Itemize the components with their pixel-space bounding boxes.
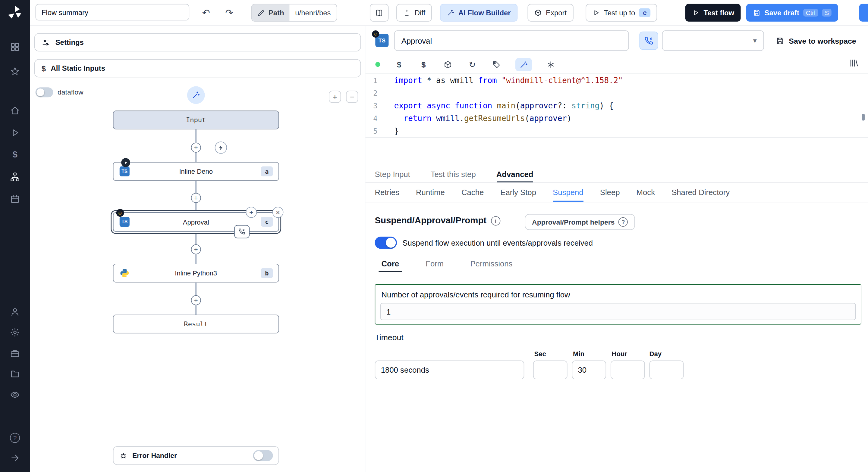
wand-icon [192, 91, 200, 99]
flow-settings-button[interactable]: Settings [34, 33, 361, 52]
variables-icon[interactable]: $ [394, 58, 405, 71]
code-editor[interactable]: 1import * as wmill from "windmill-client… [365, 74, 868, 166]
timeout-label: Timeout [375, 333, 403, 342]
folders-icon[interactable] [8, 367, 22, 380]
code-line[interactable]: 3export async function main(approver?: s… [365, 100, 868, 112]
tab-cache[interactable]: Cache [461, 183, 484, 202]
tab-permissions[interactable]: Permissions [467, 256, 515, 272]
flow-node-inline-python3[interactable]: Inline Python3 b [113, 264, 279, 282]
insert-step-button[interactable]: + [191, 193, 201, 203]
flow-node-result[interactable]: Result [113, 314, 279, 333]
insert-step-button[interactable]: + [191, 295, 201, 305]
settings-gear-icon[interactable] [8, 326, 22, 339]
deploy-button-partial[interactable] [859, 4, 868, 22]
day-label: Day [649, 350, 661, 358]
flow-node-inline-deno[interactable]: TS Inline Deno a [113, 162, 279, 180]
diff-button[interactable]: Diff [396, 4, 432, 22]
suspend-phone-button[interactable] [639, 32, 658, 50]
suspend-toggle[interactable] [375, 237, 397, 249]
step-name-input[interactable] [394, 30, 629, 51]
insert-step-button[interactable]: + [191, 143, 201, 153]
export-button[interactable]: Export [527, 4, 573, 22]
runs-icon[interactable] [8, 126, 22, 139]
code-line[interactable]: 1import * as wmill from "windmill-client… [365, 74, 868, 87]
suspend-toggle-row: Suspend flow execution until events/appr… [375, 237, 593, 249]
approvals-required-input[interactable] [380, 303, 856, 320]
tab-shared-directory[interactable]: Shared Directory [672, 183, 730, 202]
tab-sleep[interactable]: Sleep [600, 183, 620, 202]
test-up-to-button[interactable]: Test up toc [586, 4, 657, 22]
docs-book-button[interactable] [370, 4, 389, 22]
error-handler-toggle[interactable] [253, 450, 273, 461]
info-icon[interactable]: i [491, 216, 500, 225]
resources-icon[interactable]: $ [418, 58, 429, 71]
expand-sidebar-icon[interactable] [8, 451, 22, 465]
scrollbar-marker[interactable] [862, 114, 865, 121]
flow-node-approval[interactable]: ☺ TS Approval c + × [113, 212, 279, 232]
save-to-workspace-button[interactable]: Save to workspace [772, 33, 859, 48]
timeout-min-input[interactable] [572, 361, 606, 379]
test-flow-button[interactable]: Test flow [685, 4, 741, 22]
schedules-icon[interactable] [8, 192, 22, 206]
insert-step-button[interactable]: + [191, 244, 201, 255]
zoom-out-button[interactable]: − [346, 91, 358, 103]
variables-icon[interactable]: $ [8, 148, 22, 161]
apps-icon[interactable] [8, 40, 22, 54]
ai-assistant-icon[interactable] [516, 58, 532, 71]
tab-advanced[interactable]: Advanced [496, 166, 533, 182]
timeout-seconds-input[interactable] [375, 361, 524, 379]
tab-test-this-step[interactable]: Test this step [431, 166, 476, 182]
tag-icon[interactable] [491, 58, 502, 71]
tab-suspend[interactable]: Suspend [553, 183, 584, 202]
python-icon [120, 268, 130, 278]
windmill-logo[interactable] [7, 4, 23, 21]
undo-button[interactable]: ↶ [199, 4, 213, 22]
tab-form[interactable]: Form [423, 256, 446, 272]
tab-runtime[interactable]: Runtime [416, 183, 445, 202]
zoom-in-button[interactable]: + [329, 91, 341, 103]
error-handler-label: Error Handler [132, 452, 177, 460]
ai-flow-builder-button[interactable]: AI Flow Builder [440, 4, 517, 22]
timeout-sec-input[interactable] [533, 361, 567, 379]
code-line[interactable]: 4 return wmill.getResumeUrls(approver) [365, 112, 868, 125]
tab-early-stop[interactable]: Early Stop [500, 183, 536, 202]
code-line[interactable]: 2 [365, 87, 868, 99]
path-control[interactable]: Path u/henri/bes [251, 4, 337, 22]
save-draft-button[interactable]: Save draftCtrlS [746, 4, 838, 22]
tab-retries[interactable]: Retries [375, 183, 399, 202]
sliders-icon [41, 38, 50, 47]
flows-icon[interactable] [8, 170, 22, 183]
home-icon[interactable] [8, 104, 22, 117]
code-line[interactable]: 5} [365, 125, 868, 138]
close-icon: × [276, 208, 280, 217]
template-select[interactable]: ▾ [662, 30, 764, 51]
typescript-icon: TS☺ [375, 34, 389, 47]
suspend-phone-badge [234, 225, 250, 238]
ai-wand-button[interactable] [187, 87, 205, 104]
library-icon[interactable] [849, 58, 859, 70]
play-icon [592, 9, 600, 16]
audit-logs-eye-icon[interactable] [8, 388, 22, 401]
dataflow-toggle[interactable] [36, 87, 53, 97]
approval-prompt-helpers-button[interactable]: Approval/Prompt helpers ? [525, 214, 635, 230]
tab-mock[interactable]: Mock [637, 183, 655, 202]
delete-step-button[interactable]: × [273, 207, 284, 218]
help-icon[interactable]: ? [8, 431, 22, 445]
move-handle-icon[interactable]: + [246, 207, 257, 218]
format-sparkle-icon[interactable] [545, 58, 556, 71]
flow-node-input[interactable]: Input [113, 110, 279, 129]
tab-step-input[interactable]: Step Input [375, 166, 410, 182]
reload-icon[interactable]: ↻ [467, 58, 478, 71]
package-icon[interactable] [442, 58, 454, 71]
redo-button[interactable]: ↷ [222, 4, 236, 22]
favorites-star-icon[interactable] [8, 65, 22, 78]
users-icon[interactable] [8, 305, 22, 318]
error-handler[interactable]: Error Handler [113, 446, 279, 465]
all-static-inputs-button[interactable]: $ All Static Inputs [34, 59, 361, 78]
trigger-bolt-button[interactable] [215, 141, 227, 154]
timeout-hour-input[interactable] [611, 361, 645, 379]
timeout-day-input[interactable] [649, 361, 684, 379]
tab-core[interactable]: Core [378, 256, 402, 272]
workers-icon[interactable] [8, 347, 22, 360]
flow-summary-input[interactable] [36, 4, 190, 21]
